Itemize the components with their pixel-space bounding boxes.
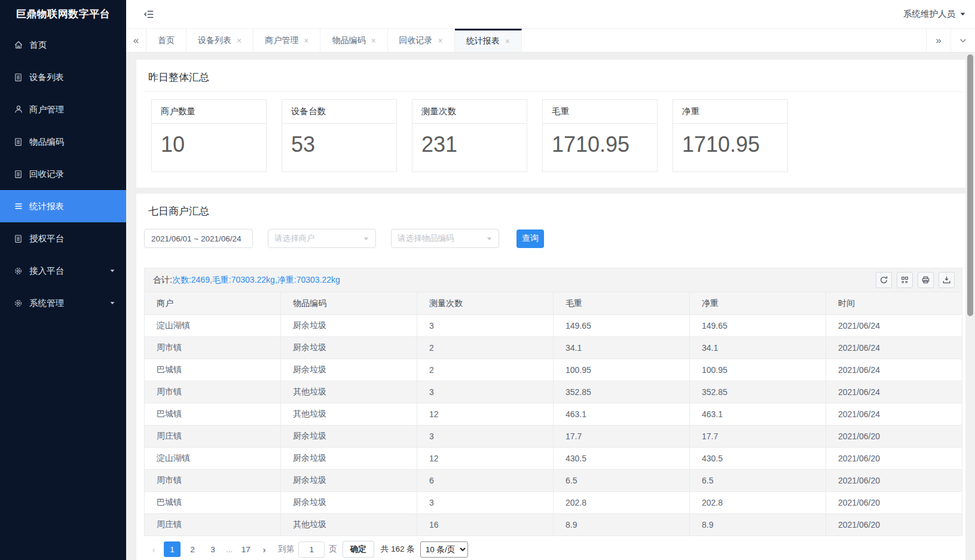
page-buttons: 123...17 [164,541,254,557]
table-row[interactable]: 巴城镇厨余垃圾2100.95100.952021/06/24 [145,359,962,381]
tab-device-list[interactable]: 设备列表× [187,29,253,52]
table-row[interactable]: 淀山湖镇厨余垃圾3149.65149.652021/06/24 [145,315,962,337]
page-button-3[interactable]: 3 [204,541,221,557]
page-button-1[interactable]: 1 [164,541,181,557]
sidebar-item-system-mgmt[interactable]: 系统管理 [0,287,126,319]
tabs-scroll-right-button[interactable]: » [926,29,950,52]
stat-value: 53 [282,124,396,172]
table-cell: 2021/06/24 [826,359,962,381]
topbar: 系统维护人员 [126,0,975,29]
tab-stats-report[interactable]: 统计报表× [455,29,522,52]
stat-label: 净重 [673,100,787,124]
table-cell: 8.9 [690,514,826,536]
sidebar-item-label: 设备列表 [29,72,64,83]
tab-merchant-mgmt[interactable]: 商户管理× [253,29,320,52]
table-cell: 厨余垃圾 [281,426,417,448]
list-icon [13,201,23,212]
scrollbar-thumb[interactable] [967,54,973,316]
sidebar-item-access-platform[interactable]: 接入平台 [0,255,126,287]
table-body: 淀山湖镇厨余垃圾3149.65149.652021/06/24周市镇厨余垃圾23… [145,315,962,536]
table-cell: 6.5 [690,470,826,492]
next-page-button[interactable]: › [258,544,270,555]
sidebar-item-item-code[interactable]: 物品编码 [0,126,126,158]
tab-item-code[interactable]: 物品编码× [320,29,387,52]
sidebar-item-label: 首页 [29,39,47,51]
merchant-select[interactable]: 请选择商户 [268,229,376,248]
chevron-down-icon [959,11,966,17]
prev-page-button[interactable]: ‹ [148,544,160,555]
close-icon[interactable]: × [371,36,375,45]
table-row[interactable]: 周市镇厨余垃圾234.134.12021/06/24 [145,337,962,359]
table-cell: 16 [417,514,554,536]
sidebar-item-device-list[interactable]: 设备列表 [0,61,126,93]
stat-cards: 商户数量10设备台数53测量次数231毛重1710.95净重1710.95 [151,99,962,172]
sidebar-item-stats-report[interactable]: 统计报表 [0,190,126,222]
sidebar-item-recycle-records[interactable]: 回收记录 [0,158,126,190]
sidebar-item-home[interactable]: 首页 [0,29,126,61]
summary-value: 次数:2469,毛重:70303.22kg,净重:70303.22kg [172,275,340,284]
vertical-scrollbar[interactable] [965,53,975,560]
print-button[interactable] [918,272,934,288]
total-count-label: 共 162 条 [381,544,415,555]
table-cell: 周庄镇 [145,426,281,448]
goto-confirm-button[interactable]: 确定 [343,541,374,558]
chevron-down-icon [109,300,115,306]
filter-row: 请选择商户 请选择物品编码 查询 [144,229,962,248]
collapse-sidebar-icon[interactable] [143,9,154,20]
table-cell: 3 [417,426,554,448]
overview-panel: 昨日整体汇总 商户数量10设备台数53测量次数231毛重1710.95净重171… [136,60,970,188]
table-cell: 34.1 [554,337,690,359]
table-row[interactable]: 周市镇厨余垃圾66.56.52021/06/20 [145,470,962,492]
close-icon[interactable]: × [505,37,510,45]
chevron-down-icon [959,36,967,45]
stat-label: 测量次数 [412,100,527,124]
tabs-scroll-left-button[interactable]: « [126,29,146,52]
table-toolbar: 合计:次数:2469,毛重:70303.22kg,净重:70303.22kg [144,268,962,292]
merchant-select-placeholder: 请选择商户 [274,233,315,244]
report-title: 七日商户汇总 [144,202,962,225]
close-icon[interactable]: × [438,36,443,45]
table-row[interactable]: 巴城镇其他垃圾12463.1463.12021/06/24 [145,403,962,426]
stat-card: 净重1710.95 [673,99,788,172]
user-menu[interactable]: 系统维护人员 [903,8,966,20]
sidebar-item-merchant-mgmt[interactable]: 商户管理 [0,93,126,126]
table-cell: 淀山湖镇 [145,448,281,470]
stat-card: 设备台数53 [282,99,397,172]
page-button-2[interactable]: 2 [184,541,201,557]
goto-page-input[interactable] [298,541,325,558]
tab-label: 设备列表 [198,35,231,46]
refresh-button[interactable] [876,272,892,288]
sidebar-nav: 首页设备列表商户管理物品编码回收记录统计报表授权平台接入平台系统管理 [0,29,126,319]
table-row[interactable]: 周市镇其他垃圾3352.85352.852021/06/24 [145,381,962,403]
stat-label: 商户数量 [152,100,266,124]
close-icon[interactable]: × [304,36,308,45]
close-icon[interactable]: × [237,36,242,45]
table-cell: 厨余垃圾 [281,315,417,337]
columns-button[interactable] [897,272,913,288]
pages-ellipsis: ... [225,545,234,554]
table-cell: 周庄镇 [145,514,281,536]
stat-card: 毛重1710.95 [542,99,658,172]
export-button[interactable] [939,272,955,288]
tab-recycle-records[interactable]: 回收记录× [388,29,455,52]
tab-home[interactable]: 首页 [146,29,187,52]
column-header: 毛重 [554,292,690,315]
table-cell: 2021/06/24 [826,315,962,337]
table-cell: 100.95 [690,359,826,381]
date-range-input[interactable] [144,229,253,248]
table-row[interactable]: 周庄镇其他垃圾168.98.92021/06/20 [145,514,962,536]
item-code-select[interactable]: 请选择物品编码 [391,229,499,248]
table-row[interactable]: 淀山湖镇厨余垃圾12430.5430.52021/06/20 [145,448,962,470]
tabs-menu-button[interactable] [950,29,975,52]
table-row[interactable]: 周庄镇厨余垃圾317.717.72021/06/20 [145,426,962,448]
sidebar-item-auth-platform[interactable]: 授权平台 [0,222,126,255]
table-cell: 100.95 [554,359,690,381]
page-size-select[interactable]: 10 条/页 [420,541,468,558]
table-cell: 463.1 [554,403,690,426]
doc-icon [13,234,23,244]
stat-value: 231 [412,124,527,172]
table-cell: 厨余垃圾 [281,359,417,381]
page-button-17[interactable]: 17 [237,541,254,557]
search-button[interactable]: 查询 [516,229,544,248]
table-row[interactable]: 巴城镇厨余垃圾3202.8202.82021/06/20 [145,492,962,514]
